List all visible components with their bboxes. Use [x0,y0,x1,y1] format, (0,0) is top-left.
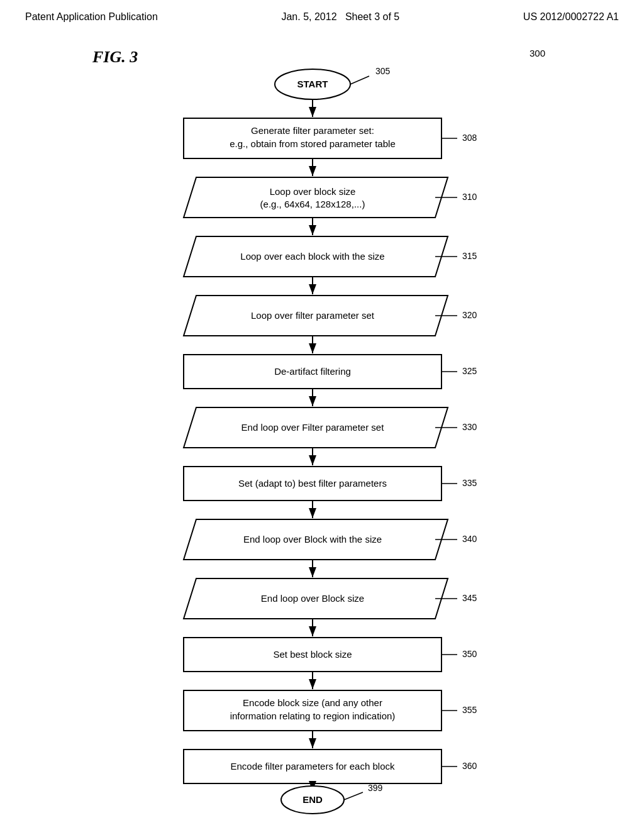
ref-325: 325 [462,366,477,376]
header-right: US 2012/0002722 A1 [523,11,619,23]
header-left: Patent Application Publication [25,11,158,23]
node-355-line2: information relating to region indicatio… [230,711,396,721]
ref-350: 350 [462,649,477,659]
node-335-label: Set (adapt to) best filter parameters [238,478,387,489]
node-320-label: Loop over filter parameter set [251,310,375,321]
ref-315: 315 [462,251,477,261]
ref-355: 355 [462,705,477,715]
flowchart-svg: START 305 Generate filter parameter set:… [86,42,558,809]
end-node-label: END [303,794,323,805]
fig-title: FIG. 3 [92,48,138,67]
start-ref: 305 [375,66,391,76]
ref-340: 340 [462,534,477,544]
start-node-label: START [297,79,328,89]
node-310-line2: (e.g., 64x64, 128x128,...) [260,199,365,209]
node-345-label: End loop over Block size [261,593,364,604]
node-330-label: End loop over Filter parameter set [242,422,385,433]
ref-310: 310 [462,192,477,202]
node-308-line2: e.g., obtain from stored parameter table [230,138,395,149]
node-308-line1: Generate filter parameter set: [251,125,374,136]
node-310-shape [184,177,448,218]
flowchart-container: FIG. 3 300 START 305 [86,42,558,809]
ref-320: 320 [462,310,477,320]
start-leader [350,76,369,84]
node-360-label: Encode filter parameters for each block [231,761,395,772]
main-content: FIG. 3 300 START 305 [0,29,644,809]
node-315-label: Loop over each block with the size [240,251,384,262]
node-325-label: De-artifact filtering [274,366,351,377]
node-350-label: Set best block size [273,649,352,660]
ref-345: 345 [462,593,477,603]
header-center: Jan. 5, 2012 Sheet 3 of 5 [281,11,399,23]
ref-335: 335 [462,478,477,488]
node-355-line1: Encode block size (and any other [243,697,382,708]
node-310-line1: Loop over block size [270,186,356,197]
fig-number: 300 [530,48,545,58]
page: Patent Application Publication Jan. 5, 2… [0,0,644,830]
ref-360: 360 [462,761,477,771]
ref-308: 308 [462,133,477,143]
header: Patent Application Publication Jan. 5, 2… [0,0,644,29]
end-leader [344,792,363,800]
ref-330: 330 [462,422,477,432]
ref-399: 399 [368,783,383,793]
node-340-label: End loop over Block with the size [243,534,382,545]
